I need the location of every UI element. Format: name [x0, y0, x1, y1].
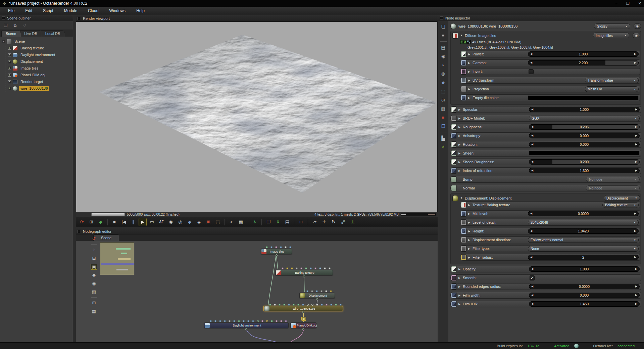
brdf-model-dropdown[interactable]: GGX▼	[529, 116, 640, 121]
save-passes-icon[interactable]: ▤	[283, 218, 291, 226]
tree-item-render-target[interactable]: + Render target	[8, 78, 73, 85]
slider-decrement[interactable]: ◀	[531, 169, 533, 172]
recenter-graph-icon[interactable]: ↺	[91, 236, 97, 242]
slider-decrement[interactable]: ◀	[531, 267, 533, 270]
expand-caret-icon[interactable]: ▶	[458, 152, 461, 155]
node-pin[interactable]	[288, 304, 290, 306]
sheen-roughness-slider[interactable]: ◀ 0.200 ▶	[529, 159, 640, 165]
projection-dropdown[interactable]: Mesh UV▼	[585, 86, 639, 92]
pause-render-icon[interactable]: ∥	[129, 218, 137, 226]
rgb-preview-icon[interactable]: ◆	[97, 218, 105, 226]
daylight-node-icon[interactable]: ◗	[440, 62, 447, 68]
slider-decrement[interactable]: ◀	[530, 52, 532, 55]
expand-caret-icon[interactable]: ▶	[468, 230, 471, 233]
node-pin[interactable]	[274, 304, 276, 306]
node-pin[interactable]	[257, 320, 259, 322]
power-slider[interactable]: ◀ 1.000 ▶	[528, 51, 639, 57]
close-button[interactable]: ✕	[638, 1, 641, 6]
node-pin[interactable]	[311, 304, 313, 306]
slider-decrement[interactable]: ◀	[530, 256, 532, 259]
grid-options-icon[interactable]: ▦	[91, 308, 97, 314]
copy-image-icon[interactable]: ❐	[264, 218, 273, 226]
node-pin[interactable]	[269, 304, 271, 306]
refresh-texture-icon[interactable]: ↺	[463, 40, 467, 44]
node-pin[interactable]	[310, 267, 312, 269]
expand-caret-icon[interactable]: ▶	[458, 108, 461, 111]
expand-box-icon[interactable]: +	[8, 60, 11, 63]
node-pin[interactable]	[247, 320, 249, 322]
expand-box-icon[interactable]: +	[8, 67, 11, 70]
geometry-node-icon[interactable]: ■	[440, 115, 447, 120]
minimize-button[interactable]: –	[615, 1, 617, 5]
slider-increment[interactable]: ▶	[635, 169, 637, 172]
film-width-slider[interactable]: ◀ 0.000 ▶	[529, 293, 640, 298]
expand-caret-icon[interactable]: ▶	[458, 143, 461, 146]
normal-dropdown[interactable]: No node▼	[586, 185, 640, 191]
node-pin[interactable]	[229, 320, 231, 322]
specular-slider[interactable]: ◀ 1.000 ▶	[529, 107, 640, 112]
expand-caret-icon[interactable]: ▶	[458, 169, 461, 172]
node-pin[interactable]	[307, 304, 309, 306]
camera-mode-icon[interactable]: ▱	[311, 218, 319, 226]
texture-preview-icon[interactable]: ▨	[91, 289, 97, 295]
expand-caret-icon[interactable]: ▶	[458, 268, 461, 271]
menu-edit[interactable]: Edit	[20, 7, 38, 14]
node-pin[interactable]	[280, 320, 282, 322]
node-pin[interactable]	[329, 267, 331, 269]
save-image-icon[interactable]: ⇩	[274, 218, 282, 226]
expand-caret-icon[interactable]: ▶	[458, 294, 461, 297]
white-balance-picker-icon[interactable]: ◉	[167, 218, 175, 226]
expand-caret-icon[interactable]: ▶	[458, 134, 461, 137]
refresh-icon[interactable]: ↺	[21, 23, 28, 28]
node-pin[interactable]	[279, 304, 281, 306]
film-region-icon[interactable]: ⬚	[214, 218, 222, 226]
expand-caret-icon[interactable]: ▶	[468, 88, 471, 91]
node-pin[interactable]	[276, 320, 278, 322]
slider-decrement[interactable]: ◀	[531, 108, 533, 111]
slider-increment[interactable]: ▶	[635, 143, 637, 146]
node-pin[interactable]	[316, 304, 318, 306]
diffuse-type-dropdown[interactable]: Image tiles▼	[593, 33, 629, 38]
node-pin[interactable]	[340, 304, 342, 306]
node-output-port[interactable]	[303, 275, 305, 277]
slider-increment[interactable]: ▶	[634, 61, 636, 64]
empty-tile-color-color-swatch[interactable]	[528, 95, 639, 100]
render-layers-icon[interactable]: ❐	[440, 123, 447, 129]
slider-decrement[interactable]: ◀	[531, 302, 533, 305]
node-pin[interactable]	[326, 304, 328, 306]
slider-increment[interactable]: ▶	[635, 134, 637, 137]
filter-type-dropdown[interactable]: None▼	[528, 246, 639, 252]
node-pin[interactable]	[330, 304, 332, 306]
expand-caret-icon[interactable]: ▶	[458, 161, 461, 164]
material-type-dropdown[interactable]: Glossy▼	[594, 24, 630, 29]
slider-increment[interactable]: ▶	[635, 160, 637, 163]
height-slider[interactable]: ◀ 1.0420 ▶	[528, 228, 639, 234]
object-picker-icon[interactable]: ◈	[195, 218, 203, 226]
medium-node-icon[interactable]: ◆	[440, 80, 447, 85]
node-list-icon[interactable]: ⧉	[12, 23, 18, 28]
index-of-refraction-slider[interactable]: ◀ 1.300 ▶	[529, 168, 640, 173]
invert-checkbox[interactable]	[529, 69, 534, 74]
material-ball-preview-icon[interactable]: ◆	[91, 272, 97, 278]
slider-decrement[interactable]: ◀	[531, 143, 533, 146]
slider-decrement[interactable]: ◀	[530, 212, 532, 215]
restart-from-start-icon[interactable]: |◀	[120, 218, 128, 226]
node-pin[interactable]	[261, 320, 263, 322]
projection-node-icon[interactable]: ▨	[440, 106, 447, 112]
node-pin[interactable]	[311, 290, 313, 292]
node-pin[interactable]	[297, 304, 299, 306]
render-region-icon[interactable]: ▣	[204, 218, 212, 226]
image-node-icon[interactable]: ▤	[440, 45, 447, 50]
camera-node-icon[interactable]: ◉	[440, 53, 447, 59]
outliner-tab-live-db[interactable]: Live DB	[20, 30, 42, 37]
node-output-port[interactable]	[245, 328, 247, 330]
level-of-detail-dropdown[interactable]: 2048x2048▼	[528, 220, 639, 225]
expand-caret-icon[interactable]: ▶	[468, 53, 471, 56]
material-picker-icon[interactable]: ◆	[186, 218, 194, 226]
camera-target-picker-icon[interactable]: ◎	[176, 218, 184, 226]
slider-decrement[interactable]: ◀	[531, 294, 533, 297]
node-pin[interactable]	[321, 304, 323, 306]
menu-cloud[interactable]: Cloud	[83, 7, 104, 14]
collapse-caret-icon[interactable]: ▼	[460, 197, 463, 200]
axis-gizmo-icon[interactable]: ⊥	[348, 218, 356, 226]
